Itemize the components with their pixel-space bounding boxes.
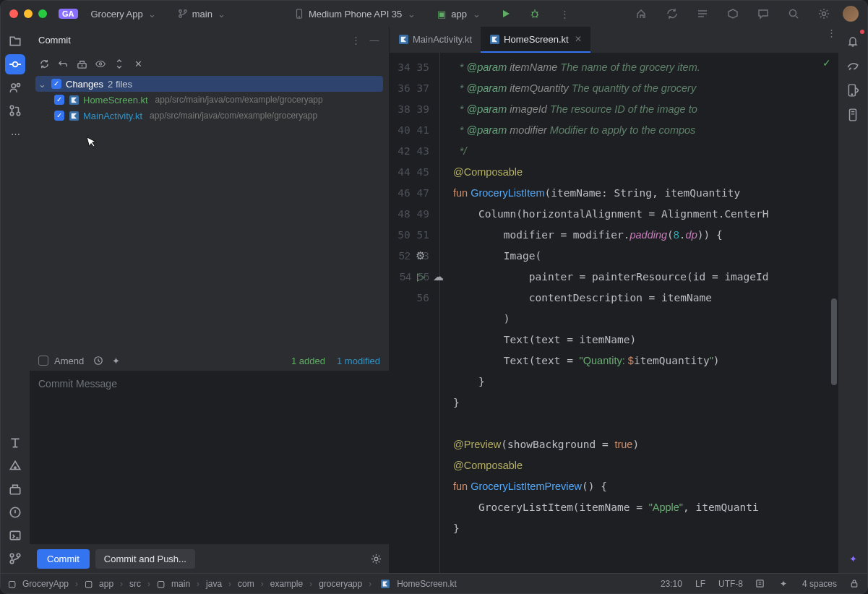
crumb[interactable]: example (270, 579, 303, 589)
amend-checkbox[interactable] (38, 356, 48, 366)
terminal-tool-button[interactable] (5, 525, 25, 546)
emulator-button[interactable] (843, 105, 863, 125)
indent-setting[interactable]: 4 spaces (802, 579, 837, 589)
minimize-window-icon[interactable] (24, 9, 33, 18)
left-tool-rail: ⋯ (1, 27, 30, 573)
actions-button[interactable] (752, 5, 775, 22)
crumb[interactable]: GroceryApp (22, 579, 69, 589)
inspect-tool-button[interactable] (5, 456, 25, 476)
commit-and-push-button[interactable]: Commit and Push... (95, 549, 195, 569)
more-tools-button[interactable]: ⋯ (5, 124, 25, 144)
maximize-window-icon[interactable] (38, 9, 47, 18)
crumb[interactable]: groceryapp (319, 579, 362, 589)
project-tool-button[interactable] (5, 31, 25, 51)
kebab-icon[interactable]: ⋮ (824, 27, 838, 38)
pull-requests-tool-button[interactable] (5, 100, 25, 121)
commit-tool-button[interactable] (5, 54, 25, 74)
gradle-tool-button[interactable] (843, 56, 863, 76)
right-tool-rail: ✦ (838, 27, 867, 573)
comment-icon (757, 8, 769, 20)
modified-count: 1 modified (337, 356, 380, 366)
svg-point-20 (17, 554, 20, 557)
file-checkbox[interactable] (54, 111, 64, 121)
chevron-down-icon[interactable]: ⌄ (38, 79, 47, 90)
expand-collapse-icon[interactable] (113, 58, 125, 69)
window-controls[interactable] (9, 9, 47, 18)
gear-icon[interactable] (370, 553, 382, 564)
ai-icon[interactable]: ✦ (110, 355, 121, 366)
file-path: app/src/main/java/com/example/groceryapp (150, 111, 317, 121)
layout-button[interactable] (691, 5, 714, 22)
branch-selector[interactable]: main ⌄ (171, 5, 233, 22)
crumb[interactable]: main (171, 579, 190, 589)
close-tab-icon[interactable]: ✕ (575, 34, 582, 44)
ai-status-icon[interactable]: ✦ (778, 578, 789, 590)
changes-root-row[interactable]: ⌄ Changes 2 files (35, 76, 383, 92)
refresh-icon[interactable] (38, 58, 50, 69)
tab-mainactivity[interactable]: MainActivity.kt (390, 27, 481, 53)
gear-icon[interactable]: ⚙ (416, 246, 425, 267)
changed-file-row[interactable]: HomeScreen.kt app/src/main/java/com/exam… (35, 92, 383, 108)
notifications-button[interactable] (843, 31, 863, 51)
user-avatar[interactable] (843, 6, 859, 22)
added-count: 1 added (291, 356, 325, 366)
kebab-icon[interactable]: ⋮ (350, 34, 361, 46)
project-selector[interactable]: Grocery App ⌄ (85, 5, 164, 22)
run-config-selector[interactable]: ▣ app ⌄ (430, 5, 488, 22)
people-tool-button[interactable] (5, 77, 25, 98)
lock-icon[interactable] (848, 578, 860, 590)
vcs-tool-button[interactable] (5, 548, 25, 569)
tab-homescreen[interactable]: HomeScreen.kt ✕ (481, 27, 590, 53)
changes-checkbox[interactable] (51, 79, 61, 89)
folder-icon: ▢ (85, 579, 93, 589)
revert-icon[interactable] (57, 58, 69, 69)
crumb[interactable]: java (206, 579, 222, 589)
line-separator[interactable]: LF (695, 579, 705, 589)
search-everywhere-button[interactable] (782, 5, 805, 22)
device-tool-button[interactable] (5, 479, 25, 499)
crumb[interactable]: app (99, 579, 113, 589)
file-checkbox[interactable] (54, 95, 64, 105)
changed-file-row[interactable]: MainActivity.kt app/src/main/java/com/ex… (35, 108, 383, 124)
file-encoding[interactable]: UTF-8 (718, 579, 743, 589)
caret-position[interactable]: 23:10 (661, 579, 682, 589)
code-with-me-button[interactable] (630, 5, 653, 22)
file-name: HomeScreen.kt (83, 95, 148, 106)
commit-button[interactable]: Commit (37, 549, 90, 569)
crumb[interactable]: HomeScreen.kt (397, 579, 457, 589)
crumb[interactable]: com (238, 579, 254, 589)
build-button[interactable] (721, 5, 744, 22)
sync-button[interactable] (661, 5, 684, 22)
debug-button[interactable] (524, 6, 546, 22)
kebab-icon: ⋮ (559, 8, 570, 20)
svg-point-6 (790, 10, 796, 17)
chevron-down-icon: ⌄ (405, 8, 417, 20)
svg-point-30 (851, 94, 852, 95)
code-content[interactable]: * @param itemName The name of the grocer… (440, 53, 838, 573)
close-window-icon[interactable] (9, 9, 18, 18)
settings-button[interactable] (812, 5, 835, 22)
minimize-panel-icon[interactable]: — (369, 34, 380, 46)
text-tool-button[interactable] (5, 433, 25, 453)
svg-point-0 (179, 10, 182, 13)
editor-scrollbar[interactable] (831, 298, 837, 385)
shelve-icon[interactable] (76, 58, 87, 69)
run-button[interactable] (495, 6, 517, 22)
more-actions-button[interactable]: ⋮ (553, 5, 576, 22)
problems-tool-button[interactable] (5, 502, 25, 522)
commit-panel-title: Commit (38, 35, 71, 46)
device-manager-button[interactable] (843, 80, 863, 100)
kotlin-file-icon (489, 34, 499, 44)
code-editor[interactable]: ✓ 34 35 36 37 38 39 40 41 42 43 44 45 46… (390, 53, 838, 573)
cloud-gutter-icon[interactable]: ☁ (433, 267, 444, 288)
history-icon[interactable] (93, 355, 104, 366)
preview-diff-icon[interactable] (95, 58, 106, 69)
commit-message-input[interactable]: Commit Message (30, 371, 389, 544)
close-icon[interactable]: ✕ (132, 58, 144, 69)
readonly-icon[interactable] (755, 578, 766, 590)
inspection-ok-icon[interactable]: ✓ (822, 57, 831, 69)
device-selector[interactable]: Medium Phone API 35 ⌄ (288, 5, 423, 22)
ai-assistant-button[interactable]: ✦ (843, 548, 863, 569)
crumb[interactable]: src (129, 579, 141, 589)
editor-gutter[interactable]: 34 35 36 37 38 39 40 41 42 43 44 45 46 4… (390, 53, 440, 573)
